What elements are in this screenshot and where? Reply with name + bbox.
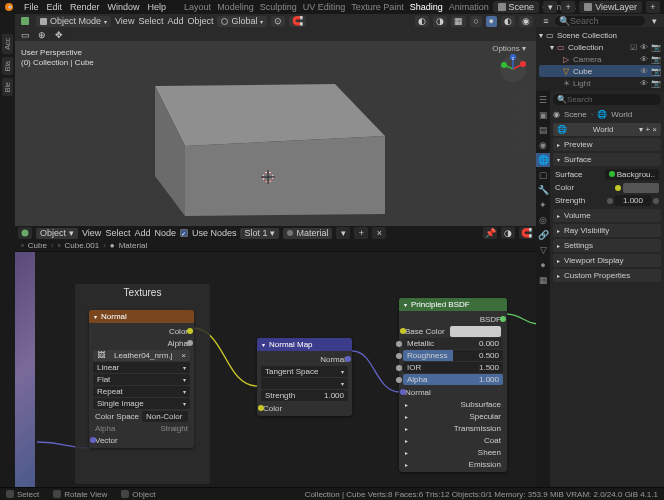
use-nodes-checkbox[interactable]: ✓ xyxy=(180,229,188,237)
vtab-acc[interactable]: Acc xyxy=(2,34,13,54)
world-datablock[interactable]: 🌐World▾ + × xyxy=(553,123,661,136)
panel-volume[interactable]: Volume xyxy=(553,209,661,222)
menu-help[interactable]: Help xyxy=(148,2,167,12)
surface-node-field[interactable]: Backgrou.. xyxy=(605,169,659,180)
outliner-search[interactable]: 🔍Search xyxy=(555,16,645,26)
pan-icon[interactable] xyxy=(514,106,528,120)
metallic-field[interactable]: Metallic0.000 xyxy=(403,338,503,349)
3d-viewport[interactable]: Object Mode▾ View Select Add Object Glob… xyxy=(15,14,536,226)
space-field[interactable]: Tangent Space▾ xyxy=(261,366,348,377)
ne-menu-add[interactable]: Add xyxy=(134,228,150,238)
camera-icon[interactable] xyxy=(514,122,528,136)
layer-new-icon[interactable]: + xyxy=(646,1,660,13)
tab-texpaint[interactable]: Texture Paint xyxy=(351,2,404,12)
scene-new-icon[interactable]: + xyxy=(561,1,575,13)
shading-rendered-icon[interactable]: ◉ xyxy=(519,16,533,27)
scene-browse-icon[interactable]: ▾ xyxy=(543,1,557,13)
tab-scene-icon[interactable]: ◉ xyxy=(536,138,550,152)
ne-menu-select[interactable]: Select xyxy=(105,228,130,238)
roughness-field[interactable]: Roughness0.500 xyxy=(403,350,503,361)
props-search[interactable]: 🔍Search xyxy=(553,94,661,105)
snap-icon[interactable]: 🧲 xyxy=(289,16,306,27)
shading-wire-icon[interactable]: ○ xyxy=(470,16,481,27)
image-field[interactable]: 🖼Leather04_nrm.j× xyxy=(93,350,190,361)
tool-select-icon[interactable]: ▭ xyxy=(18,29,32,41)
tab-world-icon[interactable]: 🌐 xyxy=(536,153,550,167)
alpha-field[interactable]: Alpha1.000 xyxy=(403,374,503,385)
node-principled-bsdf[interactable]: Principled BSDF BSDF Base Color Metallic… xyxy=(399,298,507,472)
tab-constraint-icon[interactable]: 🔗 xyxy=(536,228,550,242)
source-field[interactable]: Single Image▾ xyxy=(93,398,190,409)
orientation-selector[interactable]: Global▾ xyxy=(217,16,267,27)
ol-camera[interactable]: ▷Camera👁📷 xyxy=(539,53,661,65)
shading-solid-icon[interactable]: ● xyxy=(486,16,497,27)
render-icon[interactable]: 📷 xyxy=(651,67,661,76)
tab-viewlayer-icon[interactable]: ▤ xyxy=(536,123,550,137)
shading-matprev-icon[interactable]: ◐ xyxy=(501,16,515,27)
ext-field[interactable]: Repeat▾ xyxy=(93,386,190,397)
xray-icon[interactable]: ▦ xyxy=(451,16,466,27)
nav-gizmo[interactable]: Z xyxy=(498,54,528,84)
mat-browse-icon[interactable]: ▾ xyxy=(336,227,350,239)
overlay-toggle-icon[interactable]: ◑ xyxy=(433,16,447,27)
eye-icon[interactable]: 👁 xyxy=(640,67,648,76)
zoom-icon[interactable] xyxy=(514,90,528,104)
world-strength-field[interactable]: 1.000 xyxy=(615,195,651,206)
tab-sculpting[interactable]: Sculpting xyxy=(260,2,297,12)
tab-uv[interactable]: UV Editing xyxy=(303,2,346,12)
tab-modifier-icon[interactable]: 🔧 xyxy=(536,183,550,197)
slot-selector[interactable]: Slot 1 ▾ xyxy=(240,228,279,239)
tab-data-icon[interactable]: ▽ xyxy=(536,243,550,257)
tab-texture-icon[interactable]: ▦ xyxy=(536,273,550,287)
mat-unlink-icon[interactable]: × xyxy=(372,227,386,239)
uvmap-field[interactable]: ▾ xyxy=(261,378,348,389)
cube-mesh[interactable] xyxy=(105,36,425,216)
viewport-options[interactable]: Options ▾ xyxy=(492,44,526,53)
editor-type-icon[interactable] xyxy=(18,15,32,27)
tab-material-icon[interactable]: ● xyxy=(536,258,550,272)
persp-icon[interactable] xyxy=(514,138,528,152)
shader-node-editor[interactable]: Object ▾ View Select Add Node ✓ Use Node… xyxy=(15,226,536,487)
ne-menu-view[interactable]: View xyxy=(82,228,101,238)
shader-type-selector[interactable]: Object ▾ xyxy=(36,228,78,239)
material-selector[interactable]: Material xyxy=(283,228,332,239)
gizmo-toggle-icon[interactable]: ◐ xyxy=(415,16,429,27)
mode-selector[interactable]: Object Mode▾ xyxy=(36,16,111,27)
vp-menu-view[interactable]: View xyxy=(115,16,134,26)
node-normal-map[interactable]: Normal Map Normal Tangent Space▾ ▾ Stren… xyxy=(257,338,352,416)
ol-collection[interactable]: ▾▭Collection☑👁📷 xyxy=(539,41,661,53)
panel-settings[interactable]: Settings xyxy=(553,239,661,252)
eye-icon[interactable]: 👁 xyxy=(640,43,648,52)
vp-menu-select[interactable]: Select xyxy=(138,16,163,26)
world-color-swatch[interactable] xyxy=(623,183,659,193)
tab-modeling[interactable]: Modeling xyxy=(217,2,254,12)
eye-icon[interactable]: 👁 xyxy=(640,79,648,88)
vp-menu-add[interactable]: Add xyxy=(167,16,183,26)
ne-menu-node[interactable]: Node xyxy=(154,228,176,238)
vtab-ble[interactable]: Ble xyxy=(2,78,13,96)
panel-rayvis[interactable]: Ray Visibility xyxy=(553,224,661,237)
strength-field[interactable]: Strength1.000 xyxy=(261,390,348,401)
pivot-icon[interactable]: ⊙ xyxy=(271,16,285,27)
tab-render-icon[interactable]: ☰ xyxy=(536,93,550,107)
tab-particle-icon[interactable]: ✦ xyxy=(536,198,550,212)
menu-window[interactable]: Window xyxy=(108,2,140,12)
exclude-icon[interactable]: ☑ xyxy=(630,43,637,52)
tab-output-icon[interactable]: ▣ xyxy=(536,108,550,122)
panel-preview[interactable]: Preview xyxy=(553,138,661,151)
menu-file[interactable]: File xyxy=(24,2,39,12)
menu-render[interactable]: Render xyxy=(70,2,100,12)
tab-object-icon[interactable]: ▢ xyxy=(536,168,550,182)
editor-type-node-icon[interactable] xyxy=(18,227,32,239)
ol-light[interactable]: ☀Light👁📷 xyxy=(539,77,661,89)
bc-data[interactable]: Cube.001 xyxy=(64,241,99,250)
outliner-type-icon[interactable]: ≡ xyxy=(539,15,553,27)
pin-icon[interactable]: 📌 xyxy=(483,227,497,239)
mat-new-icon[interactable]: + xyxy=(354,227,368,239)
outliner-filter-icon[interactable]: ▾ xyxy=(647,15,661,27)
scene-selector[interactable]: Scene xyxy=(493,1,540,13)
render-icon[interactable]: 📷 xyxy=(651,79,661,88)
ne-overlay-icon[interactable]: ◑ xyxy=(501,227,515,239)
ne-snap-icon[interactable]: 🧲 xyxy=(519,227,533,239)
tool-move-icon[interactable]: ✥ xyxy=(52,29,66,41)
